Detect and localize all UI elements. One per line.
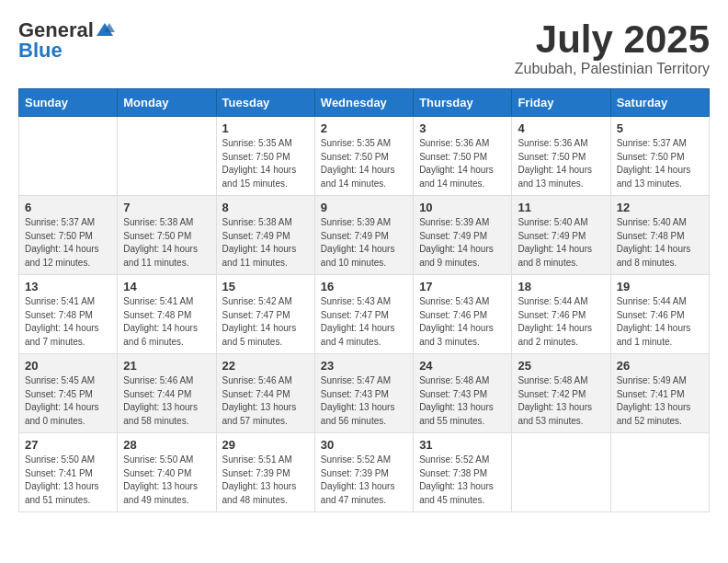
- calendar-cell: 1Sunrise: 5:35 AM Sunset: 7:50 PM Daylig…: [216, 117, 314, 196]
- day-info: Sunrise: 5:37 AM Sunset: 7:50 PM Dayligh…: [617, 137, 703, 190]
- logo: General Blue: [18, 18, 116, 63]
- location-title: Zububah, Palestinian Territory: [515, 61, 710, 77]
- calendar-cell: 21Sunrise: 5:46 AM Sunset: 7:44 PM Dayli…: [118, 354, 216, 433]
- day-info: Sunrise: 5:44 AM Sunset: 7:46 PM Dayligh…: [617, 295, 703, 349]
- day-number: 12: [617, 201, 703, 214]
- calendar-cell: 19Sunrise: 5:44 AM Sunset: 7:46 PM Dayli…: [610, 275, 709, 354]
- calendar-table: SundayMondayTuesdayWednesdayThursdayFrid…: [18, 88, 710, 512]
- day-number: 30: [321, 438, 407, 452]
- title-area: July 2025 Zububah, Palestinian Territory: [515, 18, 710, 77]
- calendar-cell: 13Sunrise: 5:41 AM Sunset: 7:48 PM Dayli…: [19, 275, 118, 354]
- day-info: Sunrise: 5:41 AM Sunset: 7:48 PM Dayligh…: [25, 295, 111, 349]
- day-number: 9: [321, 201, 407, 214]
- calendar-week-row: 1Sunrise: 5:35 AM Sunset: 7:50 PM Daylig…: [19, 117, 710, 196]
- day-info: Sunrise: 5:48 AM Sunset: 7:42 PM Dayligh…: [518, 374, 604, 428]
- day-info: Sunrise: 5:38 AM Sunset: 7:49 PM Dayligh…: [222, 216, 309, 270]
- day-number: 19: [617, 280, 703, 293]
- day-info: Sunrise: 5:43 AM Sunset: 7:47 PM Dayligh…: [321, 295, 407, 349]
- calendar-cell: [118, 117, 216, 196]
- day-info: Sunrise: 5:35 AM Sunset: 7:50 PM Dayligh…: [222, 137, 309, 190]
- day-info: Sunrise: 5:48 AM Sunset: 7:43 PM Dayligh…: [419, 374, 506, 428]
- calendar-cell: 31Sunrise: 5:52 AM Sunset: 7:38 PM Dayli…: [414, 433, 512, 512]
- calendar-cell: 26Sunrise: 5:49 AM Sunset: 7:41 PM Dayli…: [610, 354, 709, 433]
- calendar-cell: 7Sunrise: 5:38 AM Sunset: 7:50 PM Daylig…: [118, 196, 216, 275]
- day-info: Sunrise: 5:40 AM Sunset: 7:48 PM Dayligh…: [617, 216, 703, 270]
- calendar-cell: 2Sunrise: 5:35 AM Sunset: 7:50 PM Daylig…: [314, 117, 413, 196]
- day-number: 22: [222, 359, 309, 373]
- calendar-week-row: 13Sunrise: 5:41 AM Sunset: 7:48 PM Dayli…: [19, 275, 710, 354]
- calendar-cell: 12Sunrise: 5:40 AM Sunset: 7:48 PM Dayli…: [610, 196, 709, 275]
- day-number: 2: [321, 121, 407, 135]
- day-number: 31: [419, 438, 506, 452]
- calendar-cell: 4Sunrise: 5:36 AM Sunset: 7:50 PM Daylig…: [512, 117, 610, 196]
- calendar-cell: 30Sunrise: 5:52 AM Sunset: 7:39 PM Dayli…: [314, 433, 413, 512]
- day-info: Sunrise: 5:43 AM Sunset: 7:46 PM Dayligh…: [419, 295, 506, 349]
- calendar-header-sunday: Sunday: [19, 89, 118, 117]
- day-info: Sunrise: 5:36 AM Sunset: 7:50 PM Dayligh…: [419, 137, 506, 190]
- day-number: 7: [123, 201, 210, 214]
- calendar-week-row: 6Sunrise: 5:37 AM Sunset: 7:50 PM Daylig…: [19, 196, 710, 275]
- calendar-cell: 14Sunrise: 5:41 AM Sunset: 7:48 PM Dayli…: [118, 275, 216, 354]
- day-number: 18: [518, 280, 604, 293]
- day-number: 11: [518, 201, 604, 214]
- day-number: 21: [123, 359, 210, 373]
- calendar-week-row: 20Sunrise: 5:45 AM Sunset: 7:45 PM Dayli…: [19, 354, 710, 433]
- day-info: Sunrise: 5:52 AM Sunset: 7:39 PM Dayligh…: [321, 454, 407, 507]
- calendar-cell: [512, 433, 610, 512]
- day-number: 5: [617, 121, 703, 135]
- day-info: Sunrise: 5:40 AM Sunset: 7:49 PM Dayligh…: [518, 216, 604, 270]
- calendar-cell: 25Sunrise: 5:48 AM Sunset: 7:42 PM Dayli…: [512, 354, 610, 433]
- day-info: Sunrise: 5:36 AM Sunset: 7:50 PM Dayligh…: [518, 137, 604, 190]
- logo-icon: [95, 21, 115, 40]
- day-number: 25: [518, 359, 604, 373]
- calendar-cell: 9Sunrise: 5:39 AM Sunset: 7:49 PM Daylig…: [314, 196, 413, 275]
- day-info: Sunrise: 5:42 AM Sunset: 7:47 PM Dayligh…: [222, 295, 309, 349]
- calendar-header-friday: Friday: [512, 89, 610, 117]
- calendar-header-monday: Monday: [118, 89, 216, 117]
- day-number: 16: [321, 280, 407, 293]
- month-title: July 2025: [515, 18, 710, 61]
- calendar-cell: [610, 433, 709, 512]
- day-number: 4: [518, 121, 604, 135]
- day-number: 17: [419, 280, 506, 293]
- day-number: 1: [222, 121, 309, 135]
- calendar-header-saturday: Saturday: [610, 89, 709, 117]
- day-number: 8: [222, 201, 309, 214]
- day-number: 23: [321, 359, 407, 373]
- calendar-cell: 5Sunrise: 5:37 AM Sunset: 7:50 PM Daylig…: [610, 117, 709, 196]
- page-header: General Blue July 2025 Zububah, Palestin…: [18, 18, 710, 77]
- day-number: 20: [25, 359, 111, 373]
- day-info: Sunrise: 5:39 AM Sunset: 7:49 PM Dayligh…: [419, 216, 506, 270]
- day-info: Sunrise: 5:50 AM Sunset: 7:40 PM Dayligh…: [123, 454, 210, 507]
- calendar-cell: 6Sunrise: 5:37 AM Sunset: 7:50 PM Daylig…: [19, 196, 118, 275]
- calendar-cell: 17Sunrise: 5:43 AM Sunset: 7:46 PM Dayli…: [414, 275, 512, 354]
- calendar-cell: 27Sunrise: 5:50 AM Sunset: 7:41 PM Dayli…: [19, 433, 118, 512]
- calendar-cell: 10Sunrise: 5:39 AM Sunset: 7:49 PM Dayli…: [414, 196, 512, 275]
- calendar-header-wednesday: Wednesday: [314, 89, 413, 117]
- day-number: 3: [419, 121, 506, 135]
- day-number: 13: [25, 280, 111, 293]
- calendar-cell: 22Sunrise: 5:46 AM Sunset: 7:44 PM Dayli…: [216, 354, 314, 433]
- day-number: 6: [25, 201, 111, 214]
- day-info: Sunrise: 5:47 AM Sunset: 7:43 PM Dayligh…: [321, 374, 407, 428]
- day-number: 29: [222, 438, 309, 452]
- day-number: 24: [419, 359, 506, 373]
- calendar-cell: 20Sunrise: 5:45 AM Sunset: 7:45 PM Dayli…: [19, 354, 118, 433]
- calendar-header-thursday: Thursday: [414, 89, 512, 117]
- day-info: Sunrise: 5:52 AM Sunset: 7:38 PM Dayligh…: [419, 454, 506, 507]
- day-info: Sunrise: 5:45 AM Sunset: 7:45 PM Dayligh…: [25, 374, 111, 428]
- calendar-cell: 28Sunrise: 5:50 AM Sunset: 7:40 PM Dayli…: [118, 433, 216, 512]
- day-info: Sunrise: 5:37 AM Sunset: 7:50 PM Dayligh…: [25, 216, 111, 270]
- day-info: Sunrise: 5:44 AM Sunset: 7:46 PM Dayligh…: [518, 295, 604, 349]
- calendar-cell: 3Sunrise: 5:36 AM Sunset: 7:50 PM Daylig…: [414, 117, 512, 196]
- day-info: Sunrise: 5:46 AM Sunset: 7:44 PM Dayligh…: [222, 374, 309, 428]
- day-info: Sunrise: 5:35 AM Sunset: 7:50 PM Dayligh…: [321, 137, 407, 190]
- calendar-cell: [19, 117, 118, 196]
- calendar-cell: 29Sunrise: 5:51 AM Sunset: 7:39 PM Dayli…: [216, 433, 314, 512]
- day-number: 15: [222, 280, 309, 293]
- day-info: Sunrise: 5:49 AM Sunset: 7:41 PM Dayligh…: [617, 374, 703, 428]
- day-info: Sunrise: 5:51 AM Sunset: 7:39 PM Dayligh…: [222, 454, 309, 507]
- calendar-cell: 15Sunrise: 5:42 AM Sunset: 7:47 PM Dayli…: [216, 275, 314, 354]
- day-info: Sunrise: 5:46 AM Sunset: 7:44 PM Dayligh…: [123, 374, 210, 428]
- day-number: 26: [617, 359, 703, 373]
